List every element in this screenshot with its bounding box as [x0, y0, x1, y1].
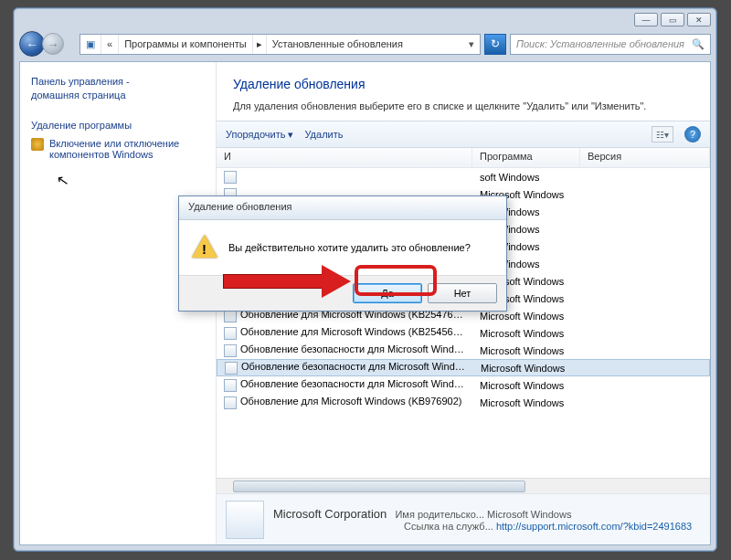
horizontal-scrollbar[interactable]	[217, 478, 710, 493]
no-button[interactable]: Нет	[428, 283, 497, 303]
dialog-message: Вы действительно хотите удалить это обно…	[228, 242, 471, 253]
update-thumb-icon	[226, 501, 264, 539]
confirm-dialog: Удаление обновления ! Вы действительно х…	[178, 195, 507, 312]
command-bar: Упорядочить ▾ Удалить ☷ ▾ ?	[217, 121, 710, 148]
col-version[interactable]: Версия	[580, 148, 710, 167]
update-icon	[224, 379, 237, 392]
cell-name: Обновление для Microsoft Windows (KB2545…	[217, 326, 472, 339]
titlebar: — ▭ ✕	[14, 8, 716, 28]
back-button[interactable]: ←	[19, 31, 45, 57]
cell-name: Обновление безопасности для Microsoft Wi…	[217, 378, 472, 391]
table-row[interactable]: Обновление для Microsoft Windows (KB9769…	[217, 394, 710, 411]
view-icon: ☷	[656, 130, 664, 140]
sidebar-link-winfeatures[interactable]: Включение или отключение компонентов Win…	[31, 138, 205, 160]
dialog-title: Удаление обновления	[179, 196, 506, 220]
help-icon: ?	[690, 129, 695, 140]
update-icon	[224, 396, 237, 409]
cell-name: Обновление для Microsoft Windows (KB9769…	[217, 396, 472, 408]
cell-name: Обновление безопасности для Microsoft Wi…	[217, 343, 472, 356]
close-button[interactable]: ✕	[687, 13, 711, 26]
parent-value: Microsoft Windows	[487, 509, 571, 520]
organize-menu[interactable]: Упорядочить ▾	[226, 129, 293, 141]
address-dropdown-icon[interactable]: ▾	[463, 38, 480, 50]
maximize-button[interactable]: ▭	[661, 13, 684, 26]
publisher-name: Microsoft Corporation	[273, 507, 387, 521]
col-program[interactable]: Программа	[472, 148, 580, 167]
sidebar-home-link[interactable]: Панель управления - домашняя страница	[31, 75, 205, 103]
search-input[interactable]: Поиск: Установленные обновления 🔍	[510, 34, 711, 55]
cell-name	[217, 170, 472, 183]
cell-program: Microsoft Windows	[472, 380, 580, 391]
col-name[interactable]: И	[217, 148, 472, 167]
shield-icon	[31, 138, 44, 151]
refresh-icon: ↻	[491, 37, 500, 50]
cell-program: Microsoft Windows	[472, 311, 580, 322]
minimize-button[interactable]: —	[634, 13, 658, 26]
search-icon: 🔍	[692, 38, 705, 50]
cell-program: Microsoft Windows	[472, 397, 580, 408]
parent-label: Имя родительско...	[395, 509, 484, 520]
refresh-button[interactable]: ↻	[484, 34, 506, 55]
page-subtitle: Для удаления обновления выберите его в с…	[233, 100, 694, 111]
arrow-right-icon: →	[48, 37, 59, 51]
table-row[interactable]: Обновление для Microsoft Windows (KB2545…	[217, 324, 710, 342]
nav-row: ← → ▣ « Программы и компоненты ▸ Установ…	[14, 28, 716, 59]
address-bar[interactable]: ▣ « Программы и компоненты ▸ Установленн…	[79, 34, 481, 55]
cell-program: Microsoft Windows	[473, 363, 581, 374]
dialog-buttons: Да Нет	[179, 275, 506, 311]
chevron-down-icon: ▾	[288, 129, 293, 141]
cell-program: Microsoft Windows	[472, 345, 580, 356]
help-button[interactable]: ?	[684, 126, 701, 143]
breadcrumb-1[interactable]: Программы и компоненты	[119, 35, 253, 54]
breadcrumb-2[interactable]: Установленные обновления	[267, 35, 463, 54]
breadcrumb-sep-icon: ▸	[253, 35, 267, 54]
view-menu[interactable]: ☷ ▾	[652, 126, 673, 143]
table-row[interactable]: soft Windows	[217, 168, 710, 185]
yes-button[interactable]: Да	[353, 283, 422, 303]
search-placeholder: Поиск: Установленные обновления	[516, 38, 684, 49]
cell-program: soft Windows	[472, 172, 580, 183]
warning-icon: !	[192, 235, 217, 260]
nav-buttons: ← →	[19, 30, 76, 58]
cell-program: Microsoft Windows	[472, 328, 580, 339]
mouse-cursor-icon: ↖	[55, 171, 69, 190]
column-headers: И Программа Версия	[217, 148, 710, 168]
arrow-left-icon: ←	[26, 37, 38, 51]
scrollbar-thumb[interactable]	[233, 481, 525, 492]
control-panel-icon: ▣	[80, 35, 101, 54]
support-link[interactable]: http://support.microsoft.com/?kbid=24916…	[496, 521, 692, 532]
sidebar-link-uninstall[interactable]: Удаление программы	[31, 120, 205, 131]
table-row[interactable]: Обновление безопасности для Microsoft Wi…	[217, 359, 710, 376]
details-pane: Microsoft Corporation Имя родительско...…	[217, 493, 710, 544]
update-icon	[224, 344, 237, 357]
update-icon	[224, 171, 237, 184]
page-title: Удаление обновления	[233, 77, 694, 91]
table-row[interactable]: Обновление безопасности для Microsoft Wi…	[217, 376, 710, 394]
update-icon	[225, 362, 238, 375]
cell-name: Обновление безопасности для Microsoft Wi…	[217, 361, 473, 374]
remove-button[interactable]: Удалить	[304, 129, 343, 140]
support-link-label: Ссылка на служб...	[404, 521, 493, 532]
forward-button[interactable]: →	[42, 33, 64, 55]
table-row[interactable]: Обновление безопасности для Microsoft Wi…	[217, 342, 710, 359]
breadcrumb-prefix: «	[101, 35, 119, 54]
update-icon	[224, 327, 237, 340]
